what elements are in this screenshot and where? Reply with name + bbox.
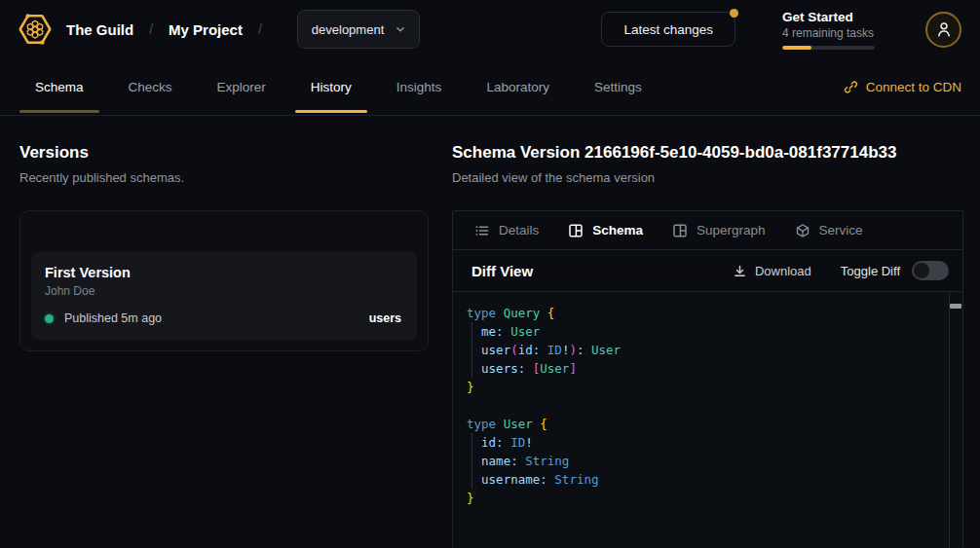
nav-tab-insights[interactable]: Insights (381, 58, 458, 115)
nav-tab-label: Insights (396, 80, 442, 94)
version-name: First Version (45, 265, 401, 280)
breadcrumb-org[interactable]: The Guild (66, 21, 133, 38)
box-icon (795, 223, 810, 238)
versions-list-card: First Version John Doe Published 5m ago … (19, 210, 429, 351)
breadcrumb-project[interactable]: My Project (169, 21, 243, 38)
versions-title: Versions (19, 143, 429, 163)
nav-tabs: Schema Checks Explorer History Insights … (19, 58, 671, 115)
list-icon (474, 223, 490, 238)
latest-changes-label: Latest changes (623, 22, 713, 37)
version-detail-column: Schema Version 2166196f-5e10-4059-bd0a-0… (452, 143, 963, 548)
toggle-knob (914, 263, 929, 278)
panel-tab-supergraph[interactable]: Supergraph (672, 223, 766, 238)
get-started-progress-fill (782, 46, 811, 50)
get-started-progress-bar (782, 46, 875, 50)
version-list-item[interactable]: First Version John Doe Published 5m ago … (31, 252, 417, 340)
link-icon (844, 80, 858, 94)
code-line: user(id: ID!): User (467, 341, 943, 359)
code-line: } (467, 489, 943, 507)
schema-version-title: Schema Version 2166196f-5e10-4059-bd0a-0… (452, 143, 963, 163)
main-content: Versions Recently published schemas. Fir… (0, 116, 980, 548)
panel-tab-label: Supergraph (697, 223, 766, 237)
version-author: John Doe (45, 284, 401, 298)
nav-tab-checks[interactable]: Checks (113, 58, 188, 115)
code-line: type User { (467, 415, 943, 433)
breadcrumb-separator: / (258, 21, 262, 37)
versions-column: Versions Recently published schemas. Fir… (19, 143, 429, 548)
code-scrollbar-thumb[interactable] (950, 304, 961, 309)
nav-tab-settings[interactable]: Settings (579, 58, 658, 115)
get-started-subtitle: 4 remaining tasks (782, 26, 875, 40)
connect-to-cdn-link[interactable]: Connect to CDN (844, 58, 961, 115)
panel-tabs: Details Schema (453, 211, 962, 250)
panel-tab-details[interactable]: Details (474, 223, 539, 238)
panel-tab-schema[interactable]: Schema (568, 223, 643, 238)
nav-tab-label: Settings (594, 80, 642, 94)
get-started-title: Get Started (782, 10, 875, 24)
code-line: users: [User] (467, 359, 943, 378)
download-icon (733, 264, 747, 278)
columns-icon (672, 223, 688, 238)
schema-code-viewer[interactable]: type Query { me: User user(id: ID!): Use… (453, 292, 962, 548)
nav-tab-label: Explorer (217, 80, 266, 94)
latest-changes-button[interactable]: Latest changes (601, 12, 735, 47)
download-button[interactable]: Download (733, 264, 811, 278)
nav-tab-schema[interactable]: Schema (19, 58, 99, 115)
published-status-dot (45, 314, 54, 323)
project-nav: Schema Checks Explorer History Insights … (0, 58, 980, 116)
breadcrumb-separator: / (149, 21, 153, 37)
diff-view-title: Diff View (471, 263, 533, 279)
nav-tab-label: History (311, 80, 352, 94)
nav-tab-history[interactable]: History (295, 58, 367, 115)
code-line: name: String (467, 452, 943, 470)
version-status-text: Published 5m ago (64, 311, 162, 325)
notification-dot (730, 9, 738, 18)
code-line: id: ID! (467, 433, 943, 452)
versions-subtitle: Recently published schemas. (19, 170, 429, 185)
version-service-badge: users (369, 311, 401, 325)
schema-version-subtitle: Detailed view of the schema version (452, 170, 963, 185)
version-status-row: Published 5m ago users (45, 311, 401, 325)
diff-view-actions: Download Toggle Diff (733, 261, 949, 280)
connect-to-cdn-label: Connect to CDN (866, 80, 961, 94)
columns-icon (568, 223, 584, 238)
download-label: Download (755, 264, 811, 278)
person-icon (935, 20, 953, 38)
code-line (467, 396, 943, 415)
panel-tab-label: Schema (592, 223, 643, 237)
schema-version-panel: Details Schema (452, 210, 963, 548)
panel-tab-service[interactable]: Service (795, 223, 863, 238)
nav-tab-label: Checks (129, 80, 172, 94)
nav-tab-explorer[interactable]: Explorer (202, 58, 282, 115)
chevron-down-icon (394, 22, 407, 36)
panel-tab-label: Service (819, 223, 863, 237)
tab-underline (295, 110, 367, 113)
code-line: username: String (467, 470, 943, 489)
breadcrumb: The Guild / My Project / (66, 21, 278, 38)
toggle-diff-switch[interactable] (912, 261, 949, 280)
graphql-sdl-code: type Query { me: User user(id: ID!): Use… (467, 304, 943, 507)
panel-tab-label: Details (499, 223, 539, 237)
guild-hive-logo-icon[interactable] (16, 10, 55, 49)
tab-underline (19, 110, 99, 113)
nav-tab-laboratory[interactable]: Laboratory (471, 58, 565, 115)
code-scrollbar[interactable] (949, 292, 962, 548)
environment-select-value: development (312, 22, 384, 37)
toggle-diff-label: Toggle Diff (841, 264, 900, 278)
get-started-widget[interactable]: Get Started 4 remaining tasks (782, 10, 875, 50)
nav-tab-label: Schema (35, 80, 84, 94)
top-header: The Guild / My Project / development Lat… (0, 0, 980, 58)
environment-select[interactable]: development (297, 10, 420, 49)
code-line: type Query { (467, 304, 943, 322)
code-line: me: User (467, 322, 943, 341)
code-line: } (467, 378, 943, 396)
nav-tab-label: Laboratory (486, 80, 549, 94)
user-avatar[interactable] (925, 12, 961, 48)
diff-view-header: Diff View Download Toggle Diff (453, 250, 962, 292)
